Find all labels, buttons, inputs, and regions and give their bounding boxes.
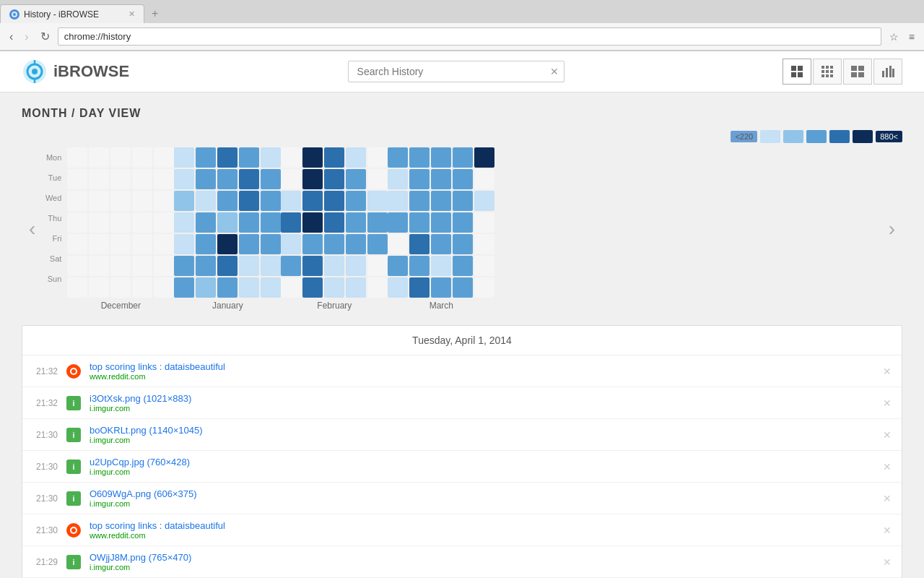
table-row[interactable] bbox=[281, 169, 301, 189]
table-row[interactable] bbox=[239, 169, 259, 189]
table-row[interactable] bbox=[261, 277, 281, 298]
table-row[interactable] bbox=[409, 147, 430, 168]
history-delete-btn[interactable]: ✕ bbox=[883, 366, 892, 377]
table-row[interactable] bbox=[196, 191, 216, 211]
history-title-link[interactable]: top scoring links : dataisbeautiful bbox=[90, 520, 225, 531]
table-row[interactable] bbox=[261, 212, 281, 233]
table-row[interactable] bbox=[110, 256, 131, 276]
table-row[interactable] bbox=[474, 191, 494, 211]
table-row[interactable] bbox=[431, 234, 451, 254]
table-row[interactable] bbox=[67, 234, 87, 254]
table-row[interactable] bbox=[261, 169, 281, 189]
table-row[interactable] bbox=[346, 191, 366, 211]
table-row[interactable] bbox=[132, 277, 152, 298]
table-row[interactable] bbox=[453, 147, 473, 168]
history-title-link[interactable]: boOKRLt.png (1140×1045) bbox=[90, 425, 202, 436]
table-row[interactable] bbox=[302, 169, 323, 189]
table-row[interactable] bbox=[281, 212, 301, 233]
table-row[interactable] bbox=[89, 234, 109, 254]
address-bar[interactable] bbox=[58, 27, 881, 46]
table-row[interactable] bbox=[453, 277, 473, 298]
table-row[interactable] bbox=[196, 256, 216, 276]
table-row[interactable] bbox=[132, 191, 152, 211]
table-row[interactable] bbox=[281, 256, 301, 276]
table-row[interactable] bbox=[174, 191, 194, 211]
forward-btn[interactable]: › bbox=[21, 29, 32, 45]
table-row[interactable] bbox=[89, 212, 109, 233]
table-row[interactable] bbox=[89, 147, 109, 168]
new-tab-btn[interactable]: + bbox=[144, 4, 165, 23]
table-row[interactable] bbox=[174, 147, 194, 168]
table-row[interactable] bbox=[154, 169, 174, 189]
table-row[interactable] bbox=[324, 191, 344, 211]
table-row[interactable] bbox=[110, 234, 131, 254]
table-row[interactable] bbox=[324, 212, 344, 233]
table-row[interactable] bbox=[196, 212, 216, 233]
table-row[interactable] bbox=[453, 191, 473, 211]
table-row[interactable] bbox=[302, 212, 323, 233]
table-row[interactable] bbox=[261, 234, 281, 254]
history-title-link[interactable]: O609WgA.png (606×375) bbox=[90, 488, 197, 499]
table-row[interactable] bbox=[388, 147, 408, 168]
table-row[interactable] bbox=[431, 147, 451, 168]
table-row[interactable] bbox=[239, 256, 259, 276]
table-row[interactable] bbox=[110, 277, 131, 298]
table-row[interactable] bbox=[174, 234, 194, 254]
table-row[interactable] bbox=[281, 277, 301, 298]
table-row[interactable] bbox=[431, 169, 451, 189]
table-row[interactable] bbox=[453, 169, 473, 189]
table-row[interactable] bbox=[132, 169, 152, 189]
table-row[interactable] bbox=[217, 147, 237, 168]
star-btn[interactable]: ☆ bbox=[886, 30, 902, 44]
table-row[interactable] bbox=[367, 169, 388, 189]
table-row[interactable] bbox=[261, 147, 281, 168]
table-row[interactable] bbox=[110, 191, 131, 211]
table-row[interactable] bbox=[388, 277, 408, 298]
table-row[interactable] bbox=[217, 277, 237, 298]
history-delete-btn[interactable]: ✕ bbox=[883, 556, 892, 568]
table-row[interactable] bbox=[154, 256, 174, 276]
history-title-link[interactable]: top scoring links : dataisbeautiful bbox=[90, 361, 225, 372]
table-row[interactable] bbox=[409, 169, 430, 189]
table-row[interactable] bbox=[132, 234, 152, 254]
table-row[interactable] bbox=[367, 277, 388, 298]
table-row[interactable] bbox=[409, 277, 430, 298]
table-row[interactable] bbox=[409, 256, 430, 276]
table-row[interactable] bbox=[154, 191, 174, 211]
table-row[interactable] bbox=[409, 234, 430, 254]
search-clear-btn[interactable]: ✕ bbox=[550, 66, 559, 77]
table-row[interactable] bbox=[217, 191, 237, 211]
table-row[interactable] bbox=[196, 169, 216, 189]
table-row[interactable] bbox=[261, 191, 281, 211]
table-row[interactable] bbox=[474, 212, 494, 233]
table-row[interactable] bbox=[367, 234, 388, 254]
table-row[interactable] bbox=[324, 234, 344, 254]
table-row[interactable] bbox=[346, 277, 366, 298]
history-delete-btn[interactable]: ✕ bbox=[883, 429, 892, 441]
view-btn-grid-small[interactable] bbox=[843, 59, 872, 85]
table-row[interactable] bbox=[346, 212, 366, 233]
table-row[interactable] bbox=[196, 147, 216, 168]
table-row[interactable] bbox=[324, 147, 344, 168]
table-row[interactable] bbox=[431, 256, 451, 276]
table-row[interactable] bbox=[431, 212, 451, 233]
table-row[interactable] bbox=[388, 212, 408, 233]
table-row[interactable] bbox=[89, 191, 109, 211]
table-row[interactable] bbox=[239, 191, 259, 211]
table-row[interactable] bbox=[239, 234, 259, 254]
table-row[interactable] bbox=[346, 234, 366, 254]
history-delete-btn[interactable]: ✕ bbox=[883, 493, 892, 504]
heatmap-next-btn[interactable]: › bbox=[881, 217, 902, 241]
table-row[interactable] bbox=[302, 277, 323, 298]
table-row[interactable] bbox=[67, 191, 87, 211]
table-row[interactable] bbox=[239, 147, 259, 168]
search-input[interactable] bbox=[348, 61, 565, 82]
history-delete-btn[interactable]: ✕ bbox=[883, 397, 892, 409]
table-row[interactable] bbox=[453, 256, 473, 276]
table-row[interactable] bbox=[388, 234, 408, 254]
table-row[interactable] bbox=[110, 212, 131, 233]
refresh-btn[interactable]: ↻ bbox=[37, 28, 53, 45]
table-row[interactable] bbox=[281, 147, 301, 168]
table-row[interactable] bbox=[453, 234, 473, 254]
view-btn-grid-large[interactable] bbox=[783, 59, 811, 85]
